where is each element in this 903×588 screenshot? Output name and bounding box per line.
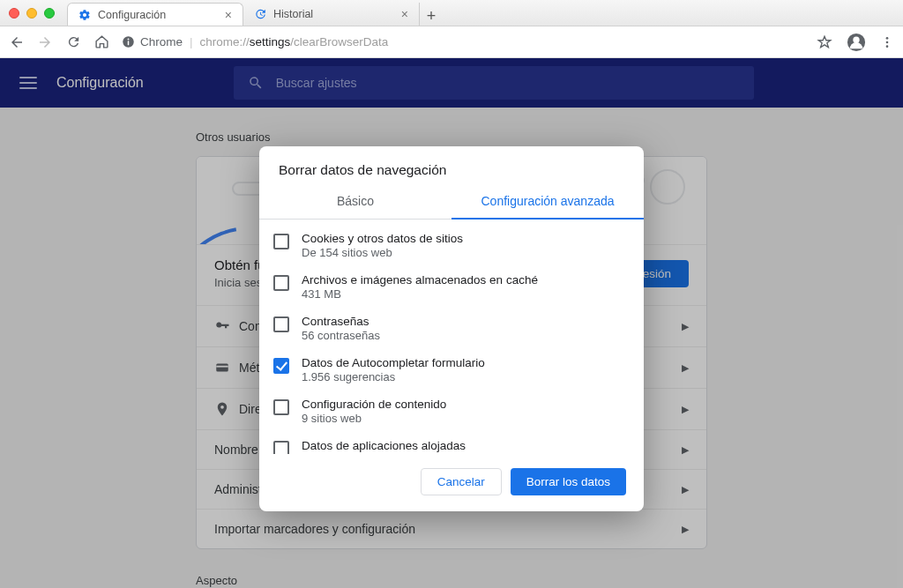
option-subtitle: 1.956 sugerencias xyxy=(302,370,485,383)
window-titlebar: Configuración × Historial × + xyxy=(0,0,903,26)
svg-point-5 xyxy=(886,37,889,40)
dialog-option[interactable]: Configuración de contenido9 sitios web xyxy=(259,391,644,432)
dialog-option[interactable]: Cookies y otros datos de sitiosDe 154 si… xyxy=(259,225,644,266)
option-title: Archivos e imágenes almacenados en caché xyxy=(302,273,538,287)
option-title: Datos de aplicaciones alojadas xyxy=(302,439,598,452)
forward-button[interactable] xyxy=(37,34,53,50)
profile-avatar-icon[interactable] xyxy=(847,33,866,52)
minimize-window-button[interactable] xyxy=(26,8,37,19)
reload-button[interactable] xyxy=(65,34,81,50)
checkbox[interactable] xyxy=(273,234,289,249)
traffic-lights xyxy=(9,8,55,19)
svg-point-1 xyxy=(128,38,130,40)
site-info-button[interactable]: Chrome xyxy=(122,35,183,48)
option-title: Configuración de contenido xyxy=(302,398,446,411)
maximize-window-button[interactable] xyxy=(44,8,55,19)
tab-label: Configuración xyxy=(98,9,166,21)
tab-advanced[interactable]: Configuración avanzada xyxy=(452,183,644,220)
clear-data-dialog: Borrar datos de navegación Básico Config… xyxy=(259,146,644,511)
bookmark-star-icon[interactable] xyxy=(817,34,832,50)
dialog-title: Borrar datos de navegación xyxy=(259,146,644,183)
home-button[interactable] xyxy=(93,34,109,50)
back-button[interactable] xyxy=(9,34,25,50)
close-window-button[interactable] xyxy=(9,8,19,19)
checkbox[interactable] xyxy=(273,399,289,415)
option-subtitle: De 154 sitios web xyxy=(302,246,463,259)
browser-toolbar: Chrome | chrome://settings/clearBrowserD… xyxy=(0,26,903,58)
dialog-option[interactable]: Contraseñas56 contraseñas xyxy=(259,308,644,349)
dialog-option[interactable]: Datos de aplicaciones alojadas8 aplicaci… xyxy=(259,432,644,454)
address-bar[interactable]: Chrome | chrome://settings/clearBrowserD… xyxy=(122,35,804,48)
option-subtitle: 8 aplicaciones (Chrome Web Store, Cloud … xyxy=(302,453,598,454)
svg-rect-2 xyxy=(128,41,130,45)
tab-basic[interactable]: Básico xyxy=(259,183,452,220)
checkbox[interactable] xyxy=(273,441,289,454)
checkbox[interactable] xyxy=(273,358,289,374)
gear-icon xyxy=(78,9,91,21)
new-tab-button[interactable]: + xyxy=(420,7,443,26)
tab-history[interactable]: Historial × xyxy=(243,3,420,26)
option-title: Contraseñas xyxy=(302,315,380,328)
dialog-option[interactable]: Datos de Autocompletar formulario1.956 s… xyxy=(259,349,644,391)
tab-settings[interactable]: Configuración × xyxy=(67,3,243,26)
close-tab-icon[interactable]: × xyxy=(401,7,408,21)
option-subtitle: 9 sitios web xyxy=(302,412,446,425)
secure-label: Chrome xyxy=(140,35,183,48)
checkbox[interactable] xyxy=(273,275,289,291)
dialog-option[interactable]: Archivos e imágenes almacenados en caché… xyxy=(259,266,644,308)
history-icon xyxy=(254,8,266,20)
dialog-tabs: Básico Configuración avanzada xyxy=(259,183,644,220)
svg-point-7 xyxy=(886,45,889,48)
url-text: chrome://settings/clearBrowserData xyxy=(200,35,389,48)
clear-data-button[interactable]: Borrar los datos xyxy=(511,468,626,495)
kebab-menu-icon[interactable] xyxy=(880,35,894,49)
checkbox[interactable] xyxy=(273,316,289,332)
option-subtitle: 431 MB xyxy=(302,287,538,301)
tab-label: Historial xyxy=(273,8,313,20)
option-subtitle: 56 contraseñas xyxy=(302,329,380,342)
option-title: Datos de Autocompletar formulario xyxy=(302,356,485,369)
close-tab-icon[interactable]: × xyxy=(225,8,232,22)
option-title: Cookies y otros datos de sitios xyxy=(302,232,463,245)
dialog-options-list: Cookies y otros datos de sitiosDe 154 si… xyxy=(259,220,644,454)
svg-point-4 xyxy=(853,36,859,42)
svg-point-6 xyxy=(886,41,889,43)
cancel-button[interactable]: Cancelar xyxy=(421,468,502,495)
browser-tabs: Configuración × Historial × + xyxy=(67,0,894,26)
